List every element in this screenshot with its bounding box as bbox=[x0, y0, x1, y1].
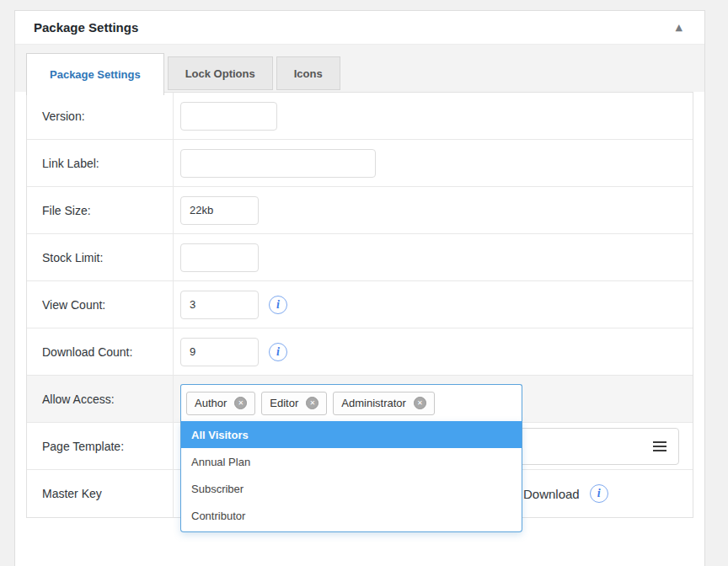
master-key-info-icon[interactable]: i bbox=[590, 484, 608, 503]
metabox-header: Package Settings ▲ bbox=[15, 11, 704, 45]
form-row-stock-limit: Stock Limit: bbox=[27, 234, 693, 281]
link-label-input[interactable] bbox=[180, 149, 376, 178]
allow-access-label: Allow Access: bbox=[27, 376, 174, 422]
tab-strip: Package Settings Lock Options Icons bbox=[15, 45, 704, 92]
stock-limit-label: Stock Limit: bbox=[27, 234, 174, 280]
download-count-label: Download Count: bbox=[27, 328, 174, 375]
download-count-info-icon[interactable]: i bbox=[269, 343, 287, 361]
package-settings-metabox: Package Settings ▲ Package Settings Lock… bbox=[14, 10, 705, 566]
form-row-version: Version: bbox=[27, 93, 693, 140]
remove-tag-icon[interactable]: ✕ bbox=[414, 397, 426, 409]
master-key-label: Master Key bbox=[27, 470, 174, 517]
tab-icons[interactable]: Icons bbox=[276, 56, 340, 90]
form-row-download-count: Download Count: i bbox=[27, 328, 693, 376]
option-annual-plan[interactable]: Annual Plan bbox=[181, 448, 522, 475]
form-row-file-size: File Size: bbox=[27, 187, 693, 234]
file-size-label: File Size: bbox=[27, 187, 174, 233]
option-all-visitors[interactable]: All Visitors bbox=[181, 421, 522, 448]
form-row-link-label: Link Label: bbox=[27, 140, 693, 187]
master-key-download-option[interactable]: Download bbox=[523, 487, 580, 501]
menu-icon bbox=[653, 439, 666, 454]
form-row-view-count: View Count: i bbox=[27, 281, 693, 328]
stock-limit-input[interactable] bbox=[180, 243, 259, 272]
version-input[interactable] bbox=[180, 102, 277, 131]
allow-access-tagbox[interactable]: Author ✕ Editor ✕ Administrator ✕ bbox=[180, 384, 522, 421]
collapse-arrow-icon[interactable]: ▲ bbox=[672, 19, 686, 35]
allow-access-multiselect: Author ✕ Editor ✕ Administrator ✕ All Vi… bbox=[180, 384, 522, 532]
option-subscriber[interactable]: Subscriber bbox=[181, 475, 522, 502]
link-label-label: Link Label: bbox=[27, 140, 174, 186]
tag-editor: Editor ✕ bbox=[261, 392, 327, 415]
page-template-label: Page Template: bbox=[27, 423, 174, 469]
version-label: Version: bbox=[27, 93, 174, 139]
tag-author: Author ✕ bbox=[186, 392, 255, 415]
allow-access-dropdown: All Visitors Annual Plan Subscriber Cont… bbox=[180, 421, 522, 532]
view-count-input[interactable] bbox=[180, 291, 259, 319]
file-size-input[interactable] bbox=[180, 196, 259, 225]
download-count-input[interactable] bbox=[180, 338, 259, 366]
tag-administrator: Administrator ✕ bbox=[333, 392, 435, 415]
tab-package-settings[interactable]: Package Settings bbox=[26, 53, 164, 95]
remove-tag-icon[interactable]: ✕ bbox=[234, 397, 247, 409]
metabox-title: Package Settings bbox=[34, 20, 138, 35]
option-contributor[interactable]: Contributor bbox=[181, 502, 522, 529]
remove-tag-icon[interactable]: ✕ bbox=[306, 397, 318, 409]
view-count-label: View Count: bbox=[27, 281, 174, 328]
view-count-info-icon[interactable]: i bbox=[269, 296, 287, 314]
tab-lock-options[interactable]: Lock Options bbox=[168, 56, 273, 90]
